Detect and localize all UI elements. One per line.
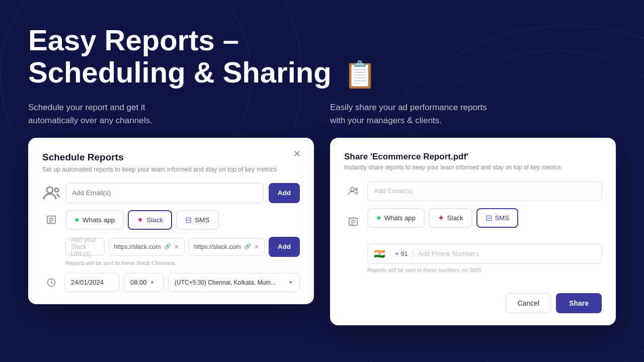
phone-row: 🇮🇳 | + 91 | Add Phone Numbers [367,244,602,264]
phone-divider: | [389,249,391,258]
share-reports-card: Share 'Ecommerce Report.pdf' Instantly s… [330,138,616,325]
sms-tab-label: SMS [195,216,209,224]
share-slack-tab[interactable]: ✦ Slack [429,208,472,228]
share-slack-label: Slack [447,214,463,222]
share-sms-tab[interactable]: ⊟ SMS [476,208,518,228]
share-card-title: Share 'Ecommerce Report.pdf' [344,152,602,162]
time-input[interactable]: 08:00 ▼ [124,273,164,292]
share-email-input-wrap[interactable]: Add Email(s) [367,181,602,201]
share-button[interactable]: Share [556,293,602,313]
whatsapp-tab[interactable]: ● Whats app [65,210,124,230]
sms-hint: Reports will be sent to these numbers on… [367,267,602,273]
clock-icon [42,274,60,292]
share-sms-icon: ⊟ [486,213,492,223]
share-channel-row: ● Whats app ✦ Slack ⊟ SMS [344,208,602,236]
link-icon-1: 🔗 [164,243,171,250]
slack-url-input-placeholder: Add your Slack URL(s) [71,236,99,257]
share-slack-icon: ✦ [438,213,444,223]
hero-title: Easy Reports – Scheduling & Sharing 📋 [28,24,616,89]
slack-url-2[interactable]: https://slack.com 🔗 ✕ [189,238,265,256]
share-list-icon [344,213,362,231]
timezone-input[interactable]: (UTC+5:30) Chennai, Kolkata, Mum... ▼ [168,273,300,292]
cancel-button[interactable]: Cancel [506,293,551,313]
date-input[interactable]: 24/01/2024 [64,273,120,292]
email-input-wrap[interactable] [65,183,264,203]
whatsapp-icon: ● [74,215,79,224]
slack-icon: ✦ [137,215,143,225]
sms-icon: ⊟ [185,215,192,225]
svg-point-8 [355,188,358,191]
channel-tabs: ● Whats app ✦ Slack ⊟ SMS [65,210,219,230]
phone-divider-2: | [412,249,414,258]
slack-url-1[interactable]: https://slack.com 🔗 ✕ [109,238,185,256]
close-button[interactable]: ✕ [290,147,304,161]
remove-url-2-button[interactable]: ✕ [254,243,259,250]
add-slack-url-button[interactable]: Add [269,237,300,257]
timezone-value: (UTC+5:30) Chennai, Kolkata, Mum... [175,279,276,286]
schedule-card-title: Schedule Reports [42,152,300,163]
share-email-row: Add Email(s) [344,181,602,201]
share-person-icon [344,182,362,200]
schedule-card-subtitle: Set up automated reports to keep your te… [42,166,300,173]
slack-urls-row: Add your Slack URL(s) https://slack.com … [65,237,300,257]
email-input[interactable] [72,189,257,197]
country-code: + 91 [395,250,408,257]
slack-hint: Reports will be sent to these Slack Chan… [65,260,300,266]
slack-url-2-text: https://slack.com [194,243,241,250]
phone-placeholder: Add Phone Numbers [418,250,479,257]
svg-point-0 [47,187,53,193]
share-email-placeholder: Add Email(s) [374,187,413,195]
person-share-icon [42,184,60,202]
date-time-row: 24/01/2024 08:00 ▼ (UTC+5:30) Chennai, K… [42,273,300,292]
email-row: Add [42,183,300,203]
link-icon-2: 🔗 [244,243,251,250]
date-value: 24/01/2024 [71,279,104,286]
add-email-button[interactable]: Add [269,183,300,203]
share-channel-tabs: ● Whats app ✦ Slack ⊟ SMS [367,208,518,228]
clipboard-emoji: 📋 [344,60,376,89]
slack-url-placeholder[interactable]: Add your Slack URL(s) [65,238,105,256]
time-value: 08:00 [130,279,147,286]
sms-tab[interactable]: ⊟ SMS [176,210,218,230]
share-whatsapp-tab[interactable]: ● Whats app [367,208,425,228]
channel-row: ● Whats app ✦ Slack ⊟ SMS [42,210,300,230]
remove-url-1-button[interactable]: ✕ [174,243,179,250]
svg-point-7 [351,187,354,191]
timezone-chevron-icon: ▼ [288,280,293,285]
schedule-reports-card: ✕ Schedule Reports Set up automated repo… [28,138,314,304]
share-card-subtitle: Instantly share reports to keep your tea… [344,164,602,171]
slack-url-1-text: https://slack.com [114,243,161,250]
phone-input-wrap[interactable]: 🇮🇳 | + 91 | Add Phone Numbers [367,244,602,264]
flag-emoji: 🇮🇳 [374,248,385,259]
list-icon [42,211,60,229]
slack-tab-label: Slack [146,216,163,224]
slack-tab[interactable]: ✦ Slack [128,210,172,230]
time-chevron-icon: ▼ [150,280,155,285]
whatsapp-tab-label: Whats app [83,216,115,224]
share-sms-label: SMS [495,214,509,222]
title-line2: Scheduling & Sharing [28,56,332,88]
left-subtitle: Schedule your report and get it automati… [28,101,314,128]
title-line1: Easy Reports – [28,24,239,56]
share-whatsapp-label: Whats app [384,214,416,222]
right-subtitle: Easily share your ad performance reports… [330,101,616,128]
share-whatsapp-icon: ● [376,213,381,222]
share-actions: Cancel Share [344,293,602,313]
svg-point-1 [55,188,59,192]
